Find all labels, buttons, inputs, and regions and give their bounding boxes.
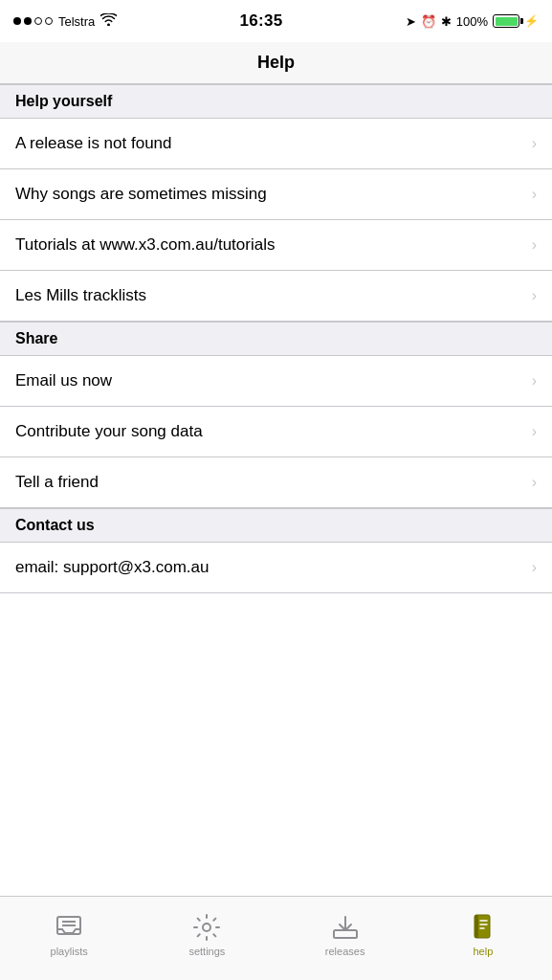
signal-dot-2 (24, 17, 32, 25)
tab-playlists-label: playlists (51, 946, 88, 957)
help-icon (469, 913, 497, 942)
bluetooth-icon: ✱ (441, 14, 452, 29)
chevron-icon-0: › (532, 135, 537, 152)
chevron-icon-7: › (532, 559, 537, 576)
settings-icon (192, 913, 221, 942)
tab-bar: playlists settings releases (0, 896, 552, 980)
svg-rect-4 (334, 930, 357, 938)
location-icon: ➤ (406, 14, 416, 29)
releases-icon (331, 913, 360, 942)
list-item-contribute-songs[interactable]: Contribute your song data › (0, 407, 552, 457)
list-item-email-support[interactable]: email: support@x3.com.au › (0, 543, 552, 593)
signal-dot-4 (45, 17, 53, 25)
list-item-tutorials[interactable]: Tutorials at www.x3.com.au/tutorials › (0, 220, 552, 271)
chevron-icon-3: › (532, 287, 537, 304)
section-header-contact-us: Contact us (0, 508, 552, 543)
list-item-email-now[interactable]: Email us now › (0, 356, 552, 407)
wifi-icon (100, 13, 117, 29)
alarm-icon: ⏰ (421, 14, 436, 29)
content-area: Help yourself A release is not found › W… (0, 84, 552, 896)
battery-icon (493, 14, 519, 28)
list-item-tell-friend[interactable]: Tell a friend › (0, 457, 552, 508)
chevron-icon-2: › (532, 236, 537, 254)
svg-rect-7 (475, 915, 478, 938)
playlists-icon (55, 913, 83, 942)
list-item-release-not-found[interactable]: A release is not found › (0, 119, 552, 169)
tab-help[interactable]: help (414, 897, 552, 980)
status-right: ➤ ⏰ ✱ 100% ⚡ (406, 14, 539, 29)
signal-dots (13, 17, 53, 25)
svg-point-3 (203, 924, 210, 931)
tab-settings-label: settings (188, 946, 225, 957)
battery-fill (496, 17, 518, 26)
battery-percent: 100% (456, 14, 488, 29)
signal-dot-3 (34, 17, 42, 25)
charging-icon: ⚡ (524, 14, 539, 28)
section-header-help-yourself: Help yourself (0, 84, 552, 119)
tab-playlists[interactable]: playlists (0, 897, 138, 980)
signal-dot-1 (13, 17, 21, 25)
tab-help-label: help (473, 946, 493, 957)
status-time: 16:35 (240, 11, 283, 31)
tab-releases[interactable]: releases (276, 897, 414, 980)
battery-container (493, 14, 519, 28)
status-left: Telstra (13, 13, 117, 29)
chevron-icon-4: › (532, 372, 537, 390)
section-header-share: Share (0, 322, 552, 356)
chevron-icon-1: › (532, 186, 537, 203)
status-bar: Telstra 16:35 ➤ ⏰ ✱ 100% ⚡ (0, 0, 552, 42)
list-item-songs-missing[interactable]: Why songs are sometimes missing › (0, 169, 552, 220)
chevron-icon-5: › (532, 423, 537, 440)
list-item-les-mills[interactable]: Les Mills tracklists › (0, 271, 552, 322)
nav-bar: Help (0, 42, 552, 84)
tab-releases-label: releases (325, 946, 365, 957)
carrier-label: Telstra (58, 14, 95, 29)
tab-settings[interactable]: settings (138, 897, 276, 980)
chevron-icon-6: › (532, 474, 537, 491)
page-title: Help (257, 53, 295, 73)
